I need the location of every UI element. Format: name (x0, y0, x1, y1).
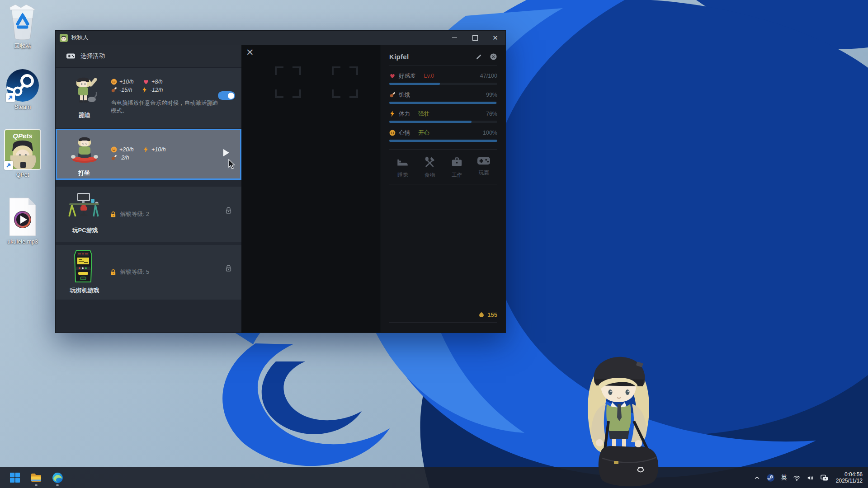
file-explorer-icon (30, 472, 42, 483)
meditate-sprite (71, 136, 99, 164)
activity-header: 选择活动 (56, 45, 241, 68)
arcade-sprite (73, 249, 94, 284)
slot-frame (275, 66, 301, 98)
close-circle-icon[interactable] (490, 53, 497, 61)
edge-button[interactable] (49, 469, 66, 487)
bolt-icon (389, 111, 396, 117)
activity-name: 玩PC游戏 (60, 226, 110, 235)
desktop-icon-label: ukulele.mp3 (1, 239, 44, 245)
recycle-bin-icon (5, 4, 40, 41)
activity-item-arcade-games[interactable]: 玩街机游戏 解锁等级: 5 (56, 245, 241, 300)
steam-tray-icon[interactable] (766, 474, 775, 482)
activity-item-pc-games[interactable]: 玩PC游戏 解锁等级: 2 (56, 187, 241, 242)
unlock-level-text: 解锁等级: 2 (120, 211, 149, 218)
stat-state: 开心 (418, 129, 429, 137)
desktop-icon-steam[interactable]: Steam (1, 69, 44, 110)
volume-icon[interactable] (807, 474, 814, 482)
activity-item-dance[interactable]: 蹦迪 +10/h +8/h -15/h -12/h 当电脑播放任意音乐的时候，自… (56, 68, 241, 128)
moneybag-icon (478, 311, 485, 318)
gamepad-icon (477, 156, 490, 166)
desktop-pet-kipfel[interactable] (571, 353, 669, 488)
stat-level: Lv.0 (424, 73, 434, 79)
heart-icon (143, 79, 149, 85)
stat-state: 强壮 (418, 110, 429, 118)
wifi-icon[interactable] (793, 474, 801, 482)
desktop: 回收站 Steam QPets QP (0, 0, 868, 488)
ime-indicator[interactable]: 英 (781, 474, 787, 482)
window-title: 秋秋人 (71, 34, 89, 42)
stat-bar (389, 140, 497, 142)
activity-panel: 选择活动 蹦迪 +10/h +8/h (56, 45, 241, 333)
close-icon: ✕ (492, 34, 498, 41)
gallery-icon[interactable] (820, 474, 829, 482)
stat-label: 心情 (399, 129, 410, 137)
smiley-icon (389, 130, 396, 136)
running-indicator (35, 484, 38, 486)
lock-icon (110, 211, 117, 218)
bed-icon (396, 156, 409, 168)
drumstick-icon (111, 87, 117, 93)
desktop-icon-recycle-bin[interactable]: 回收站 (1, 4, 44, 50)
desktop-icon-label: QPet (1, 172, 44, 178)
play-activity-button[interactable] (223, 149, 229, 156)
unlock-level-text: 解锁等级: 5 (120, 268, 149, 276)
briefcase-icon (451, 156, 463, 168)
pet-name: Kipfel (389, 53, 409, 61)
desktop-icon-label: Steam (1, 104, 44, 110)
edit-pencil-icon[interactable] (475, 53, 482, 61)
taskbar: 英 0:04:56 2025/11/12 (0, 467, 868, 488)
file-explorer-button[interactable] (28, 469, 45, 487)
utensils-icon (424, 156, 436, 168)
currency-amount: 155 (487, 311, 497, 318)
taskbar-clock[interactable]: 0:04:56 2025/11/12 (836, 471, 863, 484)
tray-date: 2025/11/12 (836, 478, 863, 484)
stat-bar (389, 102, 497, 104)
activity-header-label: 选择活动 (80, 52, 105, 60)
pc-desk-sprite (68, 193, 100, 219)
dance-sprite (71, 76, 97, 105)
media-file-icon (8, 197, 38, 237)
stat-bar (389, 121, 497, 123)
maximize-icon (472, 35, 478, 41)
lock-icon (110, 269, 117, 276)
stat-value: 47/100 (480, 73, 497, 79)
stat-value: 100% (483, 130, 497, 136)
minimize-button[interactable] (444, 31, 465, 45)
start-button[interactable] (6, 469, 24, 487)
slot-frame (332, 66, 358, 98)
svg-text:QPets: QPets (13, 132, 32, 140)
locked-indicator-icon (225, 264, 232, 272)
window-titlebar[interactable]: 秋秋人 ✕ (56, 31, 505, 45)
mouse-cursor (228, 159, 235, 169)
stat-label: 体力 (399, 110, 410, 118)
desktop-icon-qpet[interactable]: QPets QPet (1, 129, 44, 178)
stat-value: 99% (486, 92, 497, 98)
action-work-button[interactable]: 工作 (443, 156, 471, 178)
activity-toggle-on[interactable] (218, 91, 235, 100)
activity-name: 玩街机游戏 (57, 286, 112, 295)
toggle-knob (228, 93, 234, 99)
drumstick-icon (389, 92, 396, 98)
pet-viewport: ✕ (241, 45, 381, 333)
action-play-button[interactable]: 玩耍 (470, 156, 497, 178)
action-label: 睡觉 (397, 172, 408, 178)
action-sleep-button[interactable]: 睡觉 (389, 156, 416, 178)
close-panel-icon[interactable]: ✕ (246, 47, 254, 57)
stat-row-affection: 好感度 Lv.0 47/100 (389, 72, 497, 85)
close-button[interactable]: ✕ (485, 31, 505, 45)
activity-description: 当电脑播放任意音乐的时候，自动激活蹦迪模式。 (111, 99, 222, 115)
minimize-icon (452, 38, 457, 38)
pet-actions: 睡觉 食物 工作 玩耍 (389, 150, 497, 184)
activity-item-meditate[interactable]: 打坐 +20/h +10/h -2/h (56, 129, 241, 180)
stat-row-mood: 心情 开心 100% (389, 129, 497, 142)
smiley-icon (111, 79, 117, 85)
activity-name: 打坐 (64, 169, 104, 177)
currency-display: 155 (389, 311, 497, 323)
action-food-button[interactable]: 食物 (416, 156, 443, 178)
maximize-button[interactable] (465, 31, 485, 45)
tray-chevron-up-icon[interactable] (754, 474, 760, 481)
pet-status-panel: Kipfel 好感度 Lv.0 47/100 饥饿 (381, 45, 505, 333)
tray-time: 0:04:56 (836, 471, 863, 478)
desktop-icon-ukulele-mp3[interactable]: ukulele.mp3 (1, 197, 44, 245)
stat-value: 76% (486, 111, 497, 117)
